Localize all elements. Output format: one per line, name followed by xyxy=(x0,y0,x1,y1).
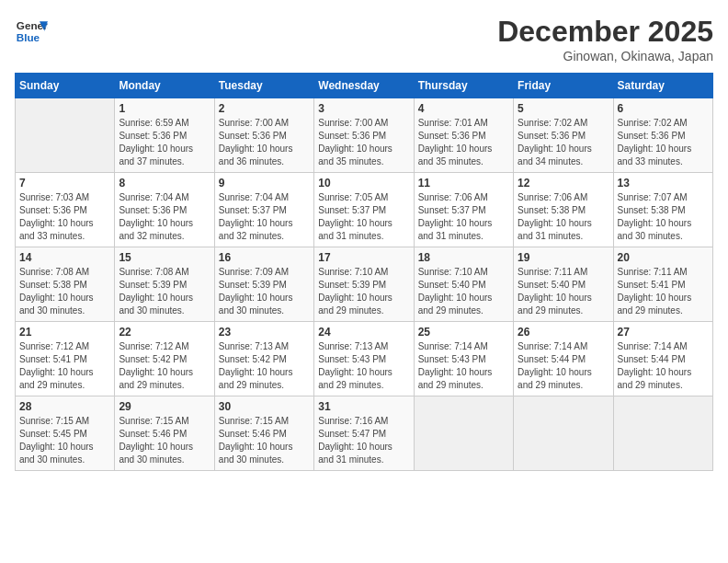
calendar-cell xyxy=(414,396,513,471)
calendar-cell: 17Sunrise: 7:10 AM Sunset: 5:39 PM Dayli… xyxy=(314,247,414,322)
day-number: 31 xyxy=(318,400,409,413)
calendar-cell: 10Sunrise: 7:05 AM Sunset: 5:37 PM Dayli… xyxy=(314,173,414,247)
day-info: Sunrise: 7:05 AM Sunset: 5:37 PM Dayligh… xyxy=(318,191,409,243)
day-info: Sunrise: 7:01 AM Sunset: 5:36 PM Dayligh… xyxy=(418,117,509,168)
day-info: Sunrise: 7:08 AM Sunset: 5:39 PM Dayligh… xyxy=(119,266,210,317)
calendar-week-4: 21Sunrise: 7:12 AM Sunset: 5:41 PM Dayli… xyxy=(16,322,713,396)
day-number: 6 xyxy=(618,102,709,115)
column-header-sunday: Sunday xyxy=(16,74,115,98)
header-row: SundayMondayTuesdayWednesdayThursdayFrid… xyxy=(16,74,713,98)
day-number: 11 xyxy=(418,177,509,190)
calendar-cell: 9Sunrise: 7:04 AM Sunset: 5:37 PM Daylig… xyxy=(214,173,313,247)
day-number: 5 xyxy=(518,102,609,115)
day-number: 19 xyxy=(518,251,609,264)
calendar-cell: 20Sunrise: 7:11 AM Sunset: 5:41 PM Dayli… xyxy=(613,247,712,322)
column-header-saturday: Saturday xyxy=(613,74,712,98)
day-info: Sunrise: 7:00 AM Sunset: 5:36 PM Dayligh… xyxy=(318,117,409,168)
calendar-body: 1Sunrise: 6:59 AM Sunset: 5:36 PM Daylig… xyxy=(16,98,713,471)
day-info: Sunrise: 7:09 AM Sunset: 5:39 PM Dayligh… xyxy=(219,266,310,317)
day-number: 20 xyxy=(618,251,709,264)
calendar-cell: 30Sunrise: 7:15 AM Sunset: 5:46 PM Dayli… xyxy=(214,396,313,471)
day-number: 17 xyxy=(318,251,409,264)
calendar-cell: 16Sunrise: 7:09 AM Sunset: 5:39 PM Dayli… xyxy=(214,247,313,322)
day-number: 7 xyxy=(19,177,110,190)
day-number: 3 xyxy=(318,102,409,115)
day-info: Sunrise: 7:02 AM Sunset: 5:36 PM Dayligh… xyxy=(518,117,609,168)
day-info: Sunrise: 7:04 AM Sunset: 5:36 PM Dayligh… xyxy=(119,191,210,243)
calendar-cell: 3Sunrise: 7:00 AM Sunset: 5:36 PM Daylig… xyxy=(314,98,414,173)
day-info: Sunrise: 7:10 AM Sunset: 5:40 PM Dayligh… xyxy=(418,266,509,317)
day-number: 27 xyxy=(618,326,709,339)
location-subtitle: Ginowan, Okinawa, Japan xyxy=(497,49,713,63)
day-number: 16 xyxy=(219,251,310,264)
day-number: 2 xyxy=(219,102,310,115)
day-number: 28 xyxy=(19,400,110,413)
day-info: Sunrise: 7:16 AM Sunset: 5:47 PM Dayligh… xyxy=(318,415,409,466)
calendar-cell: 2Sunrise: 7:00 AM Sunset: 5:36 PM Daylig… xyxy=(214,98,313,173)
column-header-tuesday: Tuesday xyxy=(214,74,313,98)
calendar-cell: 23Sunrise: 7:13 AM Sunset: 5:42 PM Dayli… xyxy=(214,322,313,396)
day-number: 1 xyxy=(119,102,210,115)
page-header: General Blue December 2025 Ginowan, Okin… xyxy=(15,15,713,63)
title-block: December 2025 Ginowan, Okinawa, Japan xyxy=(497,15,713,63)
month-year-title: December 2025 xyxy=(497,15,713,49)
day-info: Sunrise: 7:00 AM Sunset: 5:36 PM Dayligh… xyxy=(219,117,310,168)
day-number: 13 xyxy=(618,177,709,190)
day-info: Sunrise: 7:04 AM Sunset: 5:37 PM Dayligh… xyxy=(219,191,310,243)
day-info: Sunrise: 7:13 AM Sunset: 5:43 PM Dayligh… xyxy=(318,340,409,392)
svg-text:Blue: Blue xyxy=(17,31,40,43)
day-info: Sunrise: 7:06 AM Sunset: 5:37 PM Dayligh… xyxy=(418,191,509,243)
day-info: Sunrise: 7:02 AM Sunset: 5:36 PM Dayligh… xyxy=(618,117,709,168)
day-number: 29 xyxy=(119,400,210,413)
calendar-cell xyxy=(514,396,613,471)
calendar-cell: 6Sunrise: 7:02 AM Sunset: 5:36 PM Daylig… xyxy=(613,98,712,173)
day-number: 10 xyxy=(318,177,409,190)
day-number: 24 xyxy=(318,326,409,339)
column-header-friday: Friday xyxy=(514,74,613,98)
day-number: 30 xyxy=(219,400,310,413)
calendar-cell: 31Sunrise: 7:16 AM Sunset: 5:47 PM Dayli… xyxy=(314,396,414,471)
day-info: Sunrise: 7:15 AM Sunset: 5:45 PM Dayligh… xyxy=(19,415,110,466)
calendar-cell: 26Sunrise: 7:14 AM Sunset: 5:44 PM Dayli… xyxy=(514,322,613,396)
calendar-week-3: 14Sunrise: 7:08 AM Sunset: 5:38 PM Dayli… xyxy=(16,247,713,322)
calendar-cell: 24Sunrise: 7:13 AM Sunset: 5:43 PM Dayli… xyxy=(314,322,414,396)
day-info: Sunrise: 7:11 AM Sunset: 5:40 PM Dayligh… xyxy=(518,266,609,317)
calendar-cell: 11Sunrise: 7:06 AM Sunset: 5:37 PM Dayli… xyxy=(414,173,513,247)
column-header-wednesday: Wednesday xyxy=(314,74,414,98)
column-header-thursday: Thursday xyxy=(414,74,513,98)
day-info: Sunrise: 7:13 AM Sunset: 5:42 PM Dayligh… xyxy=(219,340,310,392)
calendar-cell: 12Sunrise: 7:06 AM Sunset: 5:38 PM Dayli… xyxy=(514,173,613,247)
day-info: Sunrise: 7:14 AM Sunset: 5:44 PM Dayligh… xyxy=(518,340,609,392)
day-number: 18 xyxy=(418,251,509,264)
calendar-header: SundayMondayTuesdayWednesdayThursdayFrid… xyxy=(16,74,713,98)
calendar-cell: 5Sunrise: 7:02 AM Sunset: 5:36 PM Daylig… xyxy=(514,98,613,173)
calendar-cell: 22Sunrise: 7:12 AM Sunset: 5:42 PM Dayli… xyxy=(115,322,214,396)
day-number: 14 xyxy=(19,251,110,264)
day-number: 25 xyxy=(418,326,509,339)
calendar-cell: 19Sunrise: 7:11 AM Sunset: 5:40 PM Dayli… xyxy=(514,247,613,322)
day-info: Sunrise: 7:03 AM Sunset: 5:36 PM Dayligh… xyxy=(19,191,110,243)
day-number: 9 xyxy=(219,177,310,190)
day-info: Sunrise: 7:14 AM Sunset: 5:43 PM Dayligh… xyxy=(418,340,509,392)
day-info: Sunrise: 7:12 AM Sunset: 5:42 PM Dayligh… xyxy=(119,340,210,392)
calendar-cell: 15Sunrise: 7:08 AM Sunset: 5:39 PM Dayli… xyxy=(115,247,214,322)
calendar-cell: 28Sunrise: 7:15 AM Sunset: 5:45 PM Dayli… xyxy=(16,396,115,471)
day-info: Sunrise: 7:06 AM Sunset: 5:38 PM Dayligh… xyxy=(518,191,609,243)
column-header-monday: Monday xyxy=(115,74,214,98)
calendar-cell: 4Sunrise: 7:01 AM Sunset: 5:36 PM Daylig… xyxy=(414,98,513,173)
logo: General Blue xyxy=(15,15,48,48)
day-number: 15 xyxy=(119,251,210,264)
day-number: 22 xyxy=(119,326,210,339)
day-number: 8 xyxy=(119,177,210,190)
day-number: 12 xyxy=(518,177,609,190)
day-number: 23 xyxy=(219,326,310,339)
day-info: Sunrise: 7:08 AM Sunset: 5:38 PM Dayligh… xyxy=(19,266,110,317)
calendar-cell: 14Sunrise: 7:08 AM Sunset: 5:38 PM Dayli… xyxy=(16,247,115,322)
day-number: 4 xyxy=(418,102,509,115)
logo-icon: General Blue xyxy=(15,15,48,48)
calendar-table: SundayMondayTuesdayWednesdayThursdayFrid… xyxy=(15,73,713,471)
day-info: Sunrise: 7:11 AM Sunset: 5:41 PM Dayligh… xyxy=(618,266,709,317)
day-info: Sunrise: 7:10 AM Sunset: 5:39 PM Dayligh… xyxy=(318,266,409,317)
calendar-week-1: 1Sunrise: 6:59 AM Sunset: 5:36 PM Daylig… xyxy=(16,98,713,173)
day-number: 26 xyxy=(518,326,609,339)
